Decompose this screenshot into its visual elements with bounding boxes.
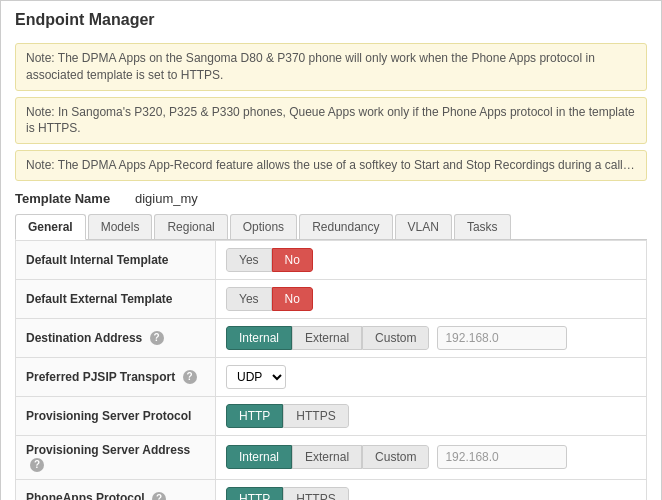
help-icon-phoneapps[interactable]: ? — [152, 492, 166, 500]
btn-destination-external[interactable]: External — [292, 326, 362, 350]
row-phoneapps-protocol: PhoneApps Protocol ? HTTP HTTPS — [16, 479, 647, 500]
control-provisioning-protocol: HTTP HTTPS — [216, 396, 647, 435]
page-title: Endpoint Manager — [1, 1, 661, 35]
note-2: Note: In Sangoma's P320, P325 & P330 pho… — [15, 97, 647, 145]
row-pjsip-transport: Preferred PJSIP Transport ? UDP TCP TLS — [16, 357, 647, 396]
btn-destination-internal[interactable]: Internal — [226, 326, 292, 350]
row-default-external-template: Default External Template Yes No — [16, 279, 647, 318]
phoneapps-protocol-toggle: HTTP HTTPS — [226, 487, 349, 500]
tab-regional[interactable]: Regional — [154, 214, 227, 239]
btn-provisioning-http[interactable]: HTTP — [226, 404, 283, 428]
tab-models[interactable]: Models — [88, 214, 153, 239]
row-destination-address: Destination Address ? Internal External … — [16, 318, 647, 357]
provisioning-address-controls: Internal External Custom — [226, 445, 636, 469]
btn-internal-template-no[interactable]: No — [272, 248, 313, 272]
label-pjsip-transport: Preferred PJSIP Transport ? — [16, 357, 216, 396]
main-content: Note: The DPMA Apps on the Sangoma D80 &… — [1, 35, 661, 500]
control-default-external-template: Yes No — [216, 279, 647, 318]
btn-phoneapps-http[interactable]: HTTP — [226, 487, 283, 500]
help-icon-pjsip[interactable]: ? — [183, 370, 197, 384]
btn-provisioning-https[interactable]: HTTPS — [283, 404, 348, 428]
destination-address-toggle: Internal External Custom — [226, 326, 429, 350]
tabs-row: General Models Regional Options Redundan… — [15, 214, 647, 240]
pjsip-transport-select[interactable]: UDP TCP TLS — [226, 365, 286, 389]
btn-provisioning-addr-internal[interactable]: Internal — [226, 445, 292, 469]
provisioning-address-toggle: Internal External Custom — [226, 445, 429, 469]
tab-vlan[interactable]: VLAN — [395, 214, 452, 239]
general-form-table: Default Internal Template Yes No Default… — [15, 240, 647, 500]
destination-address-controls: Internal External Custom — [226, 326, 636, 350]
provisioning-protocol-toggle: HTTP HTTPS — [226, 404, 349, 428]
control-pjsip-transport: UDP TCP TLS — [216, 357, 647, 396]
btn-external-template-yes[interactable]: Yes — [226, 287, 272, 311]
help-icon-provisioning-address[interactable]: ? — [30, 458, 44, 472]
label-phoneapps-protocol: PhoneApps Protocol ? — [16, 479, 216, 500]
help-icon-destination[interactable]: ? — [150, 331, 164, 345]
template-name-row: Template Name digium_my — [15, 191, 647, 206]
label-provisioning-address: Provisioning Server Address ? — [16, 435, 216, 479]
note-1: Note: The DPMA Apps on the Sangoma D80 &… — [15, 43, 647, 91]
btn-external-template-no[interactable]: No — [272, 287, 313, 311]
control-phoneapps-protocol: HTTP HTTPS — [216, 479, 647, 500]
control-default-internal-template: Yes No — [216, 240, 647, 279]
btn-provisioning-addr-external[interactable]: External — [292, 445, 362, 469]
label-provisioning-protocol: Provisioning Server Protocol — [16, 396, 216, 435]
tab-general[interactable]: General — [15, 214, 86, 240]
tab-tasks[interactable]: Tasks — [454, 214, 511, 239]
endpoint-manager-page: Endpoint Manager Note: The DPMA Apps on … — [0, 0, 662, 500]
row-default-internal-template: Default Internal Template Yes No — [16, 240, 647, 279]
btn-destination-custom[interactable]: Custom — [362, 326, 429, 350]
row-provisioning-protocol: Provisioning Server Protocol HTTP HTTPS — [16, 396, 647, 435]
yesno-external-template: Yes No — [226, 287, 313, 311]
provisioning-address-input[interactable] — [437, 445, 567, 469]
note-3: Note: The DPMA Apps App-Record feature a… — [15, 150, 647, 181]
btn-provisioning-addr-custom[interactable]: Custom — [362, 445, 429, 469]
row-provisioning-address: Provisioning Server Address ? Internal E… — [16, 435, 647, 479]
tab-redundancy[interactable]: Redundancy — [299, 214, 392, 239]
yesno-internal-template: Yes No — [226, 248, 313, 272]
label-destination-address: Destination Address ? — [16, 318, 216, 357]
label-default-internal-template: Default Internal Template — [16, 240, 216, 279]
control-provisioning-address: Internal External Custom — [216, 435, 647, 479]
template-name-value: digium_my — [135, 191, 198, 206]
label-default-external-template: Default External Template — [16, 279, 216, 318]
destination-address-input[interactable] — [437, 326, 567, 350]
btn-phoneapps-https[interactable]: HTTPS — [283, 487, 348, 500]
template-name-label: Template Name — [15, 191, 125, 206]
control-destination-address: Internal External Custom — [216, 318, 647, 357]
btn-internal-template-yes[interactable]: Yes — [226, 248, 272, 272]
tab-options[interactable]: Options — [230, 214, 297, 239]
